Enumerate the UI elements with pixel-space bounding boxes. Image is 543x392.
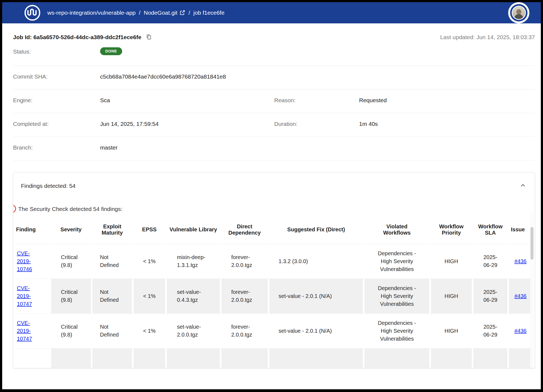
severity-cell: Critical (9.8) [61, 288, 81, 304]
epss-cell: < 1% [133, 313, 166, 348]
vulnerable-library-cell: set-value-0.4.3.tgz [177, 288, 210, 304]
violated-workflows-cell: Dependencies - High Severity Vulnerabili… [373, 250, 421, 273]
breadcrumb-current-job: job f1ece6fe [193, 10, 224, 16]
last-updated-text: Last updated: Jun 14, 2025, 18:03:37 [440, 34, 535, 41]
table-row-partial [13, 348, 531, 368]
findings-alert-text: The Security Check detected 54 findings: [18, 206, 122, 212]
column-header-severity[interactable]: Severity [50, 216, 92, 244]
reason-label: Reason: [274, 97, 359, 104]
direct-dependency-cell: forever-2.0.0.tgz [231, 323, 258, 339]
findings-table-container: Finding Severity Exploit Maturity EPSS V… [13, 216, 531, 368]
app-window: ws-repo-integration/vulnerable-app / Nod… [0, 0, 543, 392]
column-header-epss[interactable]: EPSS [133, 216, 166, 244]
suggested-fix-cell: set-value - 2.0.1 (N/A) [269, 279, 364, 313]
suggested-fix-cell: set-value - 2.0.1 (N/A) [269, 313, 364, 348]
breadcrumb-repo-link[interactable]: NodeGoat.git [144, 10, 177, 16]
violated-workflows-cell: Dependencies - High Severity Vulnerabili… [373, 319, 421, 343]
column-header-exploit-maturity[interactable]: Exploit Maturity [92, 216, 133, 244]
engine-reason-row: Engine: Sca Reason: Requested [13, 89, 535, 113]
column-header-issue[interactable]: Issue [508, 216, 531, 244]
workflow-priority-cell: HIGH [430, 279, 473, 313]
cve-link[interactable]: CVE-2019-10747 [17, 284, 34, 308]
commit-sha-row: Commit SHA: c5cb68a7084e4ae7dcc60e6a9876… [13, 66, 535, 89]
exploit-maturity-cell: Not Defined [100, 323, 125, 339]
issue-link[interactable]: #436 [514, 328, 527, 334]
issue-link[interactable]: #436 [514, 258, 527, 264]
collapse-panel-button[interactable] [519, 182, 527, 190]
column-header-suggested-fix[interactable]: Suggested Fix (Direct) [269, 216, 364, 244]
nav-right [513, 7, 529, 19]
workflow-priority-cell: HIGH [430, 313, 473, 348]
findings-panel-header[interactable]: Findings detected: 54 [13, 173, 535, 197]
column-header-vulnerable-library[interactable]: Vulnerable Library [166, 216, 221, 244]
column-header-direct-dependency[interactable]: Direct Dependency [221, 216, 269, 244]
table-row: CVE-2019-10747 Critical (9.8) Not Define… [13, 313, 531, 348]
table-row: CVE-2019-10746 Critical (9.8) Not Define… [13, 244, 531, 279]
findings-panel: Findings detected: 54 The Security Check… [13, 172, 535, 368]
workflow-sla-cell: 2025-06-29 [482, 253, 499, 269]
workflow-sla-cell: 2025-06-29 [482, 323, 499, 339]
severity-cell: Critical (9.8) [61, 253, 81, 269]
error-circle-icon [13, 205, 16, 213]
engine-value: Sca [100, 97, 274, 104]
epss-cell: < 1% [133, 279, 166, 313]
chevron-up-icon [519, 182, 526, 189]
breadcrumb: ws-repo-integration/vulnerable-app / Nod… [47, 10, 224, 16]
engine-label: Engine: [13, 97, 100, 104]
commit-sha-value: c5cb68a7084e4ae7dcc60e6a98768720a81841e8 [100, 73, 226, 80]
breadcrumb-separator: / [139, 10, 141, 16]
cve-link[interactable]: CVE-2019-10746 [17, 250, 34, 273]
violated-workflows-cell: Dependencies - High Severity Vulnerabili… [373, 284, 421, 308]
status-badge: DONE [100, 47, 122, 55]
user-avatar[interactable] [513, 7, 525, 19]
branch-value: master [100, 144, 118, 151]
copy-job-id-button[interactable] [145, 34, 152, 41]
cve-link[interactable]: CVE-2019-10747 [17, 319, 34, 343]
top-nav-bar: ws-repo-integration/vulnerable-app / Nod… [2, 2, 541, 23]
workflow-priority-cell: HIGH [430, 244, 473, 279]
reason-value: Requested [359, 97, 387, 104]
exploit-maturity-cell: Not Defined [100, 253, 125, 269]
vertical-scrollbar [530, 213, 534, 368]
severity-cell: Critical (9.8) [61, 323, 81, 339]
column-header-finding[interactable]: Finding [13, 216, 50, 244]
table-row: CVE-2019-10747 Critical (9.8) Not Define… [13, 279, 531, 313]
exploit-maturity-cell: Not Defined [100, 288, 125, 304]
vulnerable-library-cell: set-value-2.0.0.tgz [177, 323, 210, 339]
duration-value: 1m 40s [359, 121, 378, 127]
copy-icon [146, 34, 152, 40]
column-header-workflow-priority[interactable]: Workflow Priority [430, 216, 473, 244]
job-header-row: Job Id: 6a5a6570-526d-44dc-a389-ddc2f1ec… [13, 34, 535, 41]
duration-label: Duration: [274, 121, 359, 127]
workflow-sla-cell: 2025-06-29 [482, 288, 499, 304]
job-details-section: Job Id: 6a5a6570-526d-44dc-a389-ddc2f1ec… [2, 34, 541, 368]
completed-duration-row: Completed at: Jun 14, 2025, 17:59:54 Dur… [13, 113, 535, 137]
commit-sha-label: Commit SHA: [13, 73, 100, 80]
column-header-violated-workflows[interactable]: Violated Workflows [364, 216, 430, 244]
suggested-fix-cell: 1.3.2 (3.0.0) [269, 244, 364, 279]
open-in-new-icon[interactable] [180, 10, 185, 15]
direct-dependency-cell: forever-2.0.0.tgz [231, 288, 258, 304]
table-header-row: Finding Severity Exploit Maturity EPSS V… [13, 216, 531, 244]
completed-at-label: Completed at: [13, 121, 100, 127]
job-id-text: Job Id: 6a5a6570-526d-44dc-a389-ddc2f1ec… [13, 34, 141, 41]
status-label: Status: [13, 48, 100, 55]
column-header-workflow-sla[interactable]: Workflow SLA [473, 216, 508, 244]
issue-link[interactable]: #436 [514, 293, 527, 299]
direct-dependency-cell: forever-2.0.0.tgz [231, 253, 258, 269]
findings-table: Finding Severity Exploit Maturity EPSS V… [13, 216, 531, 368]
breadcrumb-project-link[interactable]: ws-repo-integration/vulnerable-app [47, 10, 136, 16]
completed-at-value: Jun 14, 2025, 17:59:54 [100, 121, 274, 127]
branch-row: Branch: master [13, 137, 535, 160]
scrollbar-thumb[interactable] [530, 227, 533, 260]
epss-cell: < 1% [133, 244, 166, 279]
status-row: Status: DONE [13, 43, 535, 66]
vulnerable-library-cell: mixin-deep-1.3.1.tgz [177, 253, 210, 269]
breadcrumb-repo: NodeGoat.git [144, 10, 185, 16]
findings-alert: The Security Check detected 54 findings: [13, 203, 535, 215]
breadcrumb-separator: / [189, 10, 190, 16]
branch-label: Branch: [13, 144, 100, 151]
mend-logo-icon[interactable] [24, 4, 41, 21]
findings-detected-title: Findings detected: 54 [21, 183, 76, 189]
